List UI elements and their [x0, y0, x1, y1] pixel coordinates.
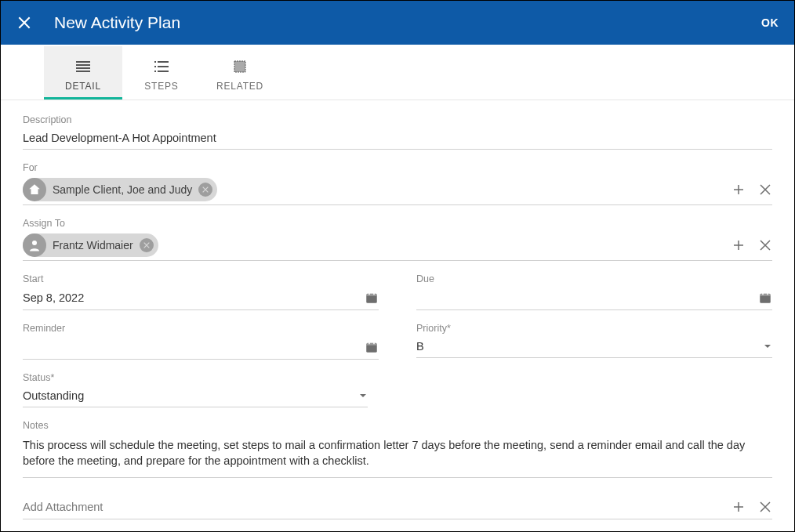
field-value-text: B [416, 340, 424, 353]
tab-related[interactable]: RELATED [201, 46, 279, 100]
for-input[interactable]: Sample Client, Joe and Judy [23, 176, 772, 205]
tab-bar: DETAIL STEPS RELATED [1, 46, 794, 100]
chevron-down-icon [763, 342, 772, 351]
svg-rect-23 [368, 342, 370, 345]
detail-icon [74, 57, 93, 76]
tab-steps[interactable]: STEPS [122, 46, 201, 100]
tab-label: RELATED [216, 81, 263, 92]
svg-rect-24 [373, 342, 375, 345]
field-label: Notes [23, 420, 772, 431]
svg-rect-5 [158, 61, 169, 63]
attachment-field[interactable]: Add Attachment [23, 500, 772, 519]
tab-label: DETAIL [65, 81, 101, 92]
reminder-field: Reminder [23, 323, 379, 360]
field-label: Status* [23, 372, 368, 383]
due-input[interactable] [416, 288, 772, 310]
svg-rect-14 [366, 294, 377, 296]
clear-icon[interactable] [758, 238, 772, 252]
field-value-text: Lead Development-A Hot Appointment [23, 132, 216, 144]
add-icon[interactable] [731, 500, 746, 514]
svg-rect-15 [368, 292, 370, 295]
scroll-area[interactable]: DETAIL STEPS RELATED Description Lead De… [1, 45, 794, 532]
svg-rect-22 [366, 343, 377, 346]
add-icon[interactable] [731, 238, 746, 252]
assign-to-input[interactable]: Frantz Widmaier [23, 232, 772, 261]
dialog-title: New Activity Plan [54, 13, 761, 32]
attachment-label: Add Attachment [23, 501, 731, 513]
notes-input[interactable]: This process will schedule the meeting, … [23, 434, 772, 478]
assign-to-field: Assign To Frantz Widmaier [23, 218, 772, 261]
description-field: Description Lead Development-A Hot Appoi… [23, 114, 772, 150]
field-label: For [23, 162, 772, 173]
field-label: Description [23, 114, 772, 125]
for-field: For Sample Client, Joe and Judy [23, 162, 772, 205]
status-select[interactable]: Outstanding [23, 386, 368, 407]
chip-remove-icon[interactable] [198, 183, 212, 197]
field-label: Start [23, 273, 379, 284]
field-label: Priority* [416, 323, 772, 334]
steps-icon [152, 57, 171, 76]
field-label: Reminder [23, 323, 379, 334]
svg-rect-18 [760, 294, 771, 296]
svg-rect-11 [234, 61, 245, 72]
ok-button[interactable]: OK [761, 16, 779, 29]
description-input[interactable]: Lead Development-A Hot Appointment [23, 128, 772, 150]
chip-label: Frantz Widmaier [53, 239, 133, 252]
add-icon[interactable] [731, 183, 746, 197]
chevron-down-icon [358, 391, 368, 400]
tab-label: STEPS [144, 81, 178, 92]
assign-to-chip[interactable]: Frantz Widmaier [23, 233, 158, 257]
chip-remove-icon[interactable] [140, 238, 154, 252]
clear-icon[interactable] [758, 500, 772, 514]
svg-rect-19 [762, 292, 764, 295]
field-value-text: Sep 8, 2022 [23, 291, 84, 304]
field-label: Assign To [23, 218, 772, 229]
calendar-icon[interactable] [365, 291, 379, 305]
svg-rect-8 [154, 71, 156, 72]
start-field: Start Sep 8, 2022 [23, 273, 379, 310]
form-content: Description Lead Development-A Hot Appoi… [1, 100, 794, 532]
row-actions [731, 238, 772, 252]
for-chip[interactable]: Sample Client, Joe and Judy [23, 178, 217, 201]
reminder-input[interactable] [23, 337, 379, 360]
svg-rect-4 [154, 61, 156, 63]
person-icon [23, 233, 46, 257]
field-value-text: Outstanding [23, 389, 84, 402]
svg-rect-16 [373, 292, 375, 295]
row-actions [731, 500, 772, 514]
start-input[interactable]: Sep 8, 2022 [23, 288, 379, 310]
row-actions [731, 183, 772, 197]
svg-rect-7 [158, 66, 169, 67]
close-icon[interactable] [16, 15, 32, 31]
priority-select[interactable]: B [416, 337, 772, 358]
calendar-icon[interactable] [758, 291, 772, 305]
notes-field: Notes This process will schedule the mee… [23, 420, 772, 478]
due-field: Due [416, 273, 772, 310]
svg-rect-6 [154, 66, 156, 67]
clear-icon[interactable] [758, 183, 772, 197]
svg-rect-2 [76, 67, 90, 69]
field-label: Due [416, 273, 772, 284]
chip-label: Sample Client, Joe and Judy [53, 183, 192, 196]
priority-field: Priority* B [416, 323, 772, 360]
svg-point-12 [32, 241, 37, 245]
svg-rect-3 [76, 71, 90, 72]
svg-rect-0 [76, 61, 90, 63]
dialog-header: New Activity Plan OK [1, 1, 794, 45]
tab-detail[interactable]: DETAIL [44, 46, 122, 100]
house-icon [23, 178, 46, 201]
svg-rect-1 [76, 64, 90, 66]
status-field: Status* Outstanding [23, 372, 368, 407]
svg-rect-9 [158, 71, 169, 72]
related-icon [231, 57, 249, 76]
calendar-icon[interactable] [365, 340, 379, 354]
svg-rect-20 [767, 292, 768, 295]
